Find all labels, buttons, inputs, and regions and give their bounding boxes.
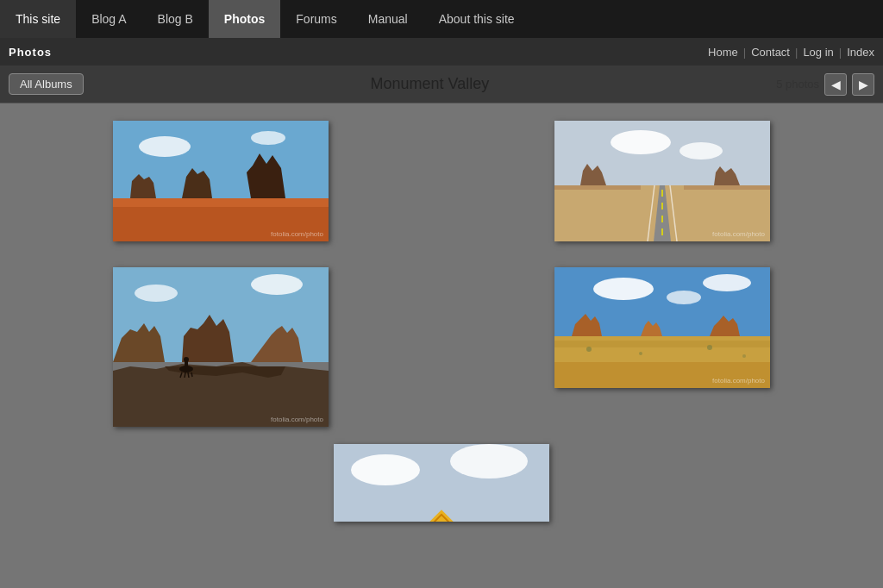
svg-point-51	[742, 354, 746, 358]
svg-line-37	[191, 372, 192, 377]
top-navigation: This site Blog A Blog B Photos Forums Ma…	[0, 0, 883, 38]
prev-arrow[interactable]: ◀	[824, 73, 847, 96]
svg-point-54	[450, 444, 528, 479]
nav-item-blog-b[interactable]: Blog B	[142, 0, 209, 38]
index-link[interactable]: Index	[847, 46, 874, 59]
photo-3[interactable]: fotolia.com/photo	[113, 267, 329, 427]
svg-point-53	[351, 454, 420, 485]
svg-point-33	[184, 357, 189, 362]
photo-2[interactable]: fotolia.com/photo	[554, 121, 770, 241]
nav-item-blog-a[interactable]: Blog A	[76, 0, 141, 38]
separator-2: |	[795, 46, 798, 59]
svg-point-1	[139, 136, 191, 157]
svg-point-40	[703, 274, 751, 291]
section-label: Photos	[9, 46, 52, 59]
svg-rect-43	[554, 341, 770, 347]
contact-link[interactable]: Contact	[751, 46, 790, 59]
photo-2-watermark: fotolia.com/photo	[712, 230, 765, 238]
home-link[interactable]: Home	[708, 46, 738, 59]
photo-grid-bottom: BUS STOP AHEAD	[0, 444, 883, 547]
nav-item-photos[interactable]: Photos	[209, 0, 280, 38]
sub-header: Photos Home | Contact | Log in | Index	[0, 38, 883, 66]
photo-1[interactable]: fotolia.com/photo	[113, 121, 329, 241]
svg-point-50	[707, 345, 712, 350]
nav-item-this-site[interactable]: This site	[0, 0, 76, 38]
svg-point-9	[611, 130, 671, 154]
svg-point-2	[251, 131, 285, 145]
svg-point-39	[593, 278, 654, 300]
nav-item-about[interactable]: About this site	[423, 0, 530, 38]
svg-line-35	[185, 372, 185, 378]
photo-count-area: 5 photos ◀ ▶	[776, 73, 874, 96]
svg-point-49	[639, 352, 642, 355]
photo-3-watermark: fotolia.com/photo	[271, 416, 323, 423]
svg-point-10	[679, 142, 723, 160]
album-title: Monument Valley	[84, 75, 776, 93]
nav-item-manual[interactable]: Manual	[353, 0, 423, 38]
photo-5[interactable]: BUS STOP AHEAD	[334, 444, 549, 522]
login-link[interactable]: Log in	[803, 46, 833, 59]
svg-rect-16	[661, 228, 663, 235]
photo-1-watermark: fotolia.com/photo	[271, 230, 323, 238]
svg-line-36	[188, 372, 189, 378]
separator-1: |	[743, 46, 746, 59]
sub-header-links: Home | Contact | Log in | Index	[708, 46, 874, 59]
separator-3: |	[839, 46, 842, 59]
svg-rect-14	[661, 203, 663, 210]
svg-rect-21	[554, 185, 641, 190]
photo-4-watermark: fotolia.com/photo	[712, 377, 765, 385]
svg-rect-22	[684, 185, 770, 190]
nav-item-forums[interactable]: Forums	[280, 0, 352, 38]
photo-count: 5 photos	[776, 78, 819, 91]
svg-point-24	[135, 285, 178, 302]
svg-rect-13	[661, 190, 663, 197]
svg-rect-15	[661, 216, 663, 222]
album-header: All Albums Monument Valley 5 photos ◀ ▶	[0, 66, 883, 103]
svg-point-48	[586, 347, 592, 352]
photo-grid: fotolia.com/photo	[0, 103, 883, 444]
next-arrow[interactable]: ▶	[852, 73, 874, 96]
photo-4[interactable]: fotolia.com/photo	[554, 267, 770, 388]
svg-point-25	[251, 274, 303, 295]
svg-point-41	[667, 291, 701, 304]
all-albums-button[interactable]: All Albums	[9, 73, 84, 95]
